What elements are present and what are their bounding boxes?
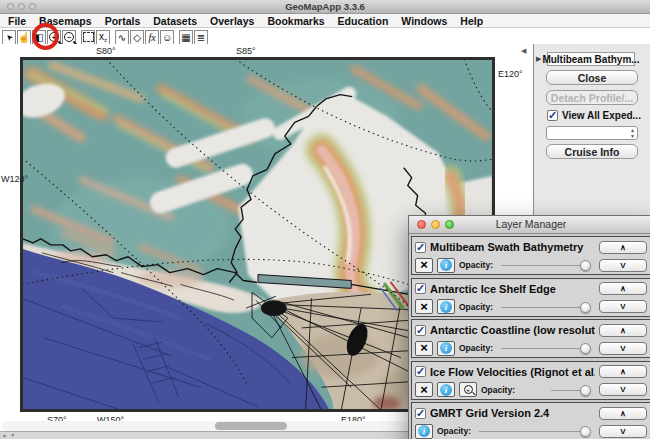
opacity-slider[interactable] <box>479 425 591 437</box>
zoom-out-icon: − <box>64 32 74 42</box>
menu-file[interactable]: File <box>8 15 26 27</box>
list-icon: ≣ <box>197 32 205 43</box>
profile-tool-button[interactable]: xz <box>96 30 110 45</box>
layer-manager-title: Layer Manager <box>409 218 650 230</box>
annotation-tool-button[interactable]: ☺ <box>160 30 174 45</box>
digitize-tool-button[interactable]: ◇ <box>130 30 144 45</box>
layer-move-down-button[interactable]: V <box>599 342 647 355</box>
slider-knob[interactable] <box>580 343 591 354</box>
lasso-tool-button[interactable]: ∿ <box>115 30 129 45</box>
splitter-collapse-right-icon[interactable]: ▶ <box>536 55 541 63</box>
info-icon: i <box>418 425 430 437</box>
opacity-label: Opacity: <box>459 302 493 312</box>
layer-visibility-checkbox[interactable]: ✓ <box>415 283 426 294</box>
info-icon: i <box>440 384 452 396</box>
zoom-out-tool-button[interactable]: − <box>62 30 76 45</box>
layer-row: ✓ GMRT Grid Version 2.4 ∧ i Opacity: V <box>411 402 650 439</box>
window-title: GeoMapApp 3.3.6 <box>0 1 650 12</box>
layer-move-down-button[interactable]: V <box>599 425 647 438</box>
x-icon: × <box>420 258 428 271</box>
close-panel-button[interactable]: Close <box>546 70 638 85</box>
expedition-select[interactable]: ▲▼ <box>546 126 638 140</box>
zoom-box-tool-button[interactable] <box>81 30 95 45</box>
layer-move-down-button[interactable]: V <box>599 259 647 272</box>
cruise-info-button[interactable]: Cruise Info <box>546 144 638 159</box>
opacity-slider[interactable] <box>551 384 591 396</box>
slider-knob[interactable] <box>580 302 591 313</box>
menu-windows[interactable]: Windows <box>401 15 447 27</box>
slider-knob[interactable] <box>580 260 591 271</box>
splitter-collapse-left-icon[interactable]: ◀ <box>521 47 526 55</box>
lasso-icon: ∿ <box>118 32 126 43</box>
opacity-label: Opacity: <box>459 260 493 270</box>
layer-info-button[interactable]: i <box>437 341 455 356</box>
info-icon: i <box>440 259 452 271</box>
graticule-label-w120: W120° <box>1 174 28 184</box>
opacity-slider[interactable] <box>501 342 591 354</box>
layer-move-up-button[interactable]: ∧ <box>599 324 647 337</box>
layer-remove-button[interactable]: × <box>415 299 433 314</box>
marquee-icon <box>83 32 94 42</box>
fx-icon: fx <box>148 32 155 43</box>
scroll-arrows-icon[interactable]: ▲ ▼ <box>2 432 16 438</box>
menu-basemaps[interactable]: Basemaps <box>39 15 92 27</box>
layer-remove-button[interactable]: × <box>415 341 433 356</box>
menu-bookmarks[interactable]: Bookmarks <box>267 15 324 27</box>
layer-info-button[interactable]: i <box>437 258 455 273</box>
function-tool-button[interactable]: fx <box>145 30 159 45</box>
layer-remove-button[interactable]: × <box>415 258 433 273</box>
layer-zoom-to-button[interactable]: + <box>459 382 477 397</box>
menu-portals[interactable]: Portals <box>105 15 141 27</box>
panel-title: Multibeam Bathym... <box>547 52 635 66</box>
layer-info-button[interactable]: i <box>437 382 455 397</box>
hand-icon: ☝ <box>18 32 30 43</box>
magnifier-icon: + <box>464 385 473 394</box>
graticule-label-e120: E120° <box>498 69 523 79</box>
combo-stepper-icon[interactable]: ▲▼ <box>630 127 635 139</box>
layer-visibility-checkbox[interactable]: ✓ <box>415 408 426 419</box>
menu-bar: File Basemaps Portals Datasets Overlays … <box>0 14 650 28</box>
layer-row: ✓ Multibeam Swath Bathymetry ∧ × i Opaci… <box>411 236 650 275</box>
menu-education[interactable]: Education <box>338 15 389 27</box>
x-icon: × <box>420 300 428 313</box>
slider-knob[interactable] <box>580 426 591 437</box>
layer-name: Multibeam Swath Bathymetry <box>430 241 595 253</box>
layer-visibility-checkbox[interactable]: ✓ <box>415 242 426 253</box>
geomapapp-window: GeoMapApp 3.3.6 File Basemaps Portals Da… <box>0 0 650 439</box>
opacity-slider[interactable] <box>501 301 591 313</box>
menu-help[interactable]: Help <box>460 15 483 27</box>
select-tool-button[interactable]: ➤ <box>2 30 16 45</box>
contrast-tool-button[interactable]: ◧ <box>32 30 46 45</box>
pan-tool-button[interactable]: ☝ <box>17 30 31 45</box>
opacity-slider[interactable] <box>501 259 591 271</box>
grid-dialog-button[interactable]: ▦ <box>179 30 193 45</box>
view-all-label: View All Exped... <box>562 110 641 121</box>
layer-visibility-checkbox[interactable]: ✓ <box>415 366 426 377</box>
view-all-checkbox[interactable]: ✓ <box>547 110 558 121</box>
zoom-in-tool-button[interactable]: + <box>47 30 61 45</box>
menu-overlays[interactable]: Overlays <box>210 15 254 27</box>
layer-manager-button[interactable]: ≣ <box>194 30 208 45</box>
layer-manager-window: Layer Manager ✓ Multibeam Swath Bathymet… <box>408 215 650 439</box>
layer-info-button[interactable]: i <box>415 424 433 439</box>
polygon-icon: ◇ <box>133 32 141 43</box>
scrollbar-thumb[interactable] <box>215 422 287 430</box>
menu-datasets[interactable]: Datasets <box>153 15 197 27</box>
layer-move-down-button[interactable]: V <box>599 300 647 313</box>
layer-list: ✓ Multibeam Swath Bathymetry ∧ × i Opaci… <box>409 234 650 439</box>
window-titlebar[interactable]: GeoMapApp 3.3.6 <box>0 0 650 14</box>
layer-remove-button[interactable]: × <box>415 382 433 397</box>
layer-manager-titlebar[interactable]: Layer Manager <box>409 216 650 234</box>
layer-move-up-button[interactable]: ∧ <box>599 282 647 295</box>
layer-move-down-button[interactable]: V <box>599 383 647 396</box>
layer-move-up-button[interactable]: ∧ <box>599 241 647 254</box>
face-icon: ☺ <box>162 32 172 43</box>
profile-icon: xz <box>99 31 107 43</box>
slider-knob[interactable] <box>580 385 591 396</box>
layer-info-button[interactable]: i <box>437 299 455 314</box>
layer-move-up-button[interactable]: ∧ <box>599 407 647 420</box>
layer-move-up-button[interactable]: ∧ <box>599 365 647 378</box>
zoom-in-icon: + <box>49 32 59 42</box>
graticule-label-s80: S80° <box>96 46 116 56</box>
layer-visibility-checkbox[interactable]: ✓ <box>415 325 426 336</box>
